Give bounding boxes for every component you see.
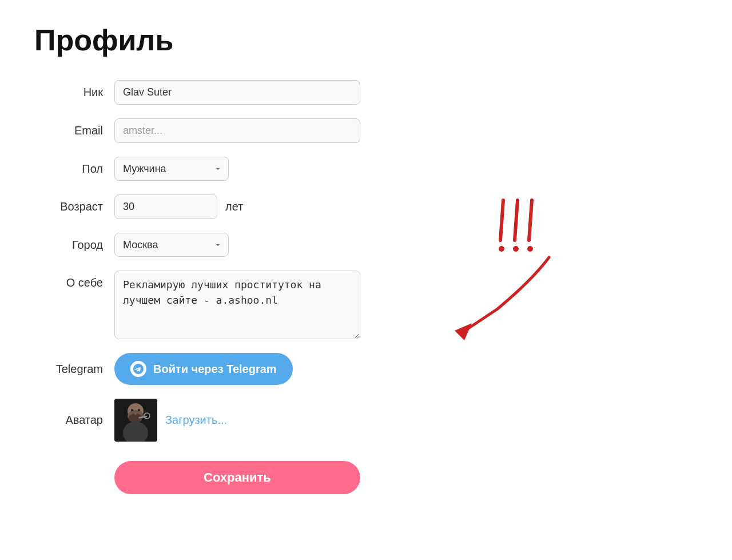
email-input[interactable] <box>114 118 360 143</box>
pol-label: Пол <box>34 162 114 176</box>
svg-point-6 <box>138 409 140 411</box>
vozrast-row: Возраст лет <box>34 194 435 219</box>
o-sebe-row: О себе Рекламирую лучших проституток на … <box>34 271 435 339</box>
email-label: Email <box>34 124 114 137</box>
nik-input[interactable] <box>114 80 360 105</box>
pol-select[interactable]: Мужчина Женщина <box>114 157 229 181</box>
save-row: Сохранить <box>34 455 435 494</box>
svg-line-10 <box>500 200 503 240</box>
svg-point-15 <box>527 246 533 252</box>
avatar-label: Аватар <box>34 414 114 427</box>
svg-point-13 <box>513 246 519 252</box>
telegram-icon <box>130 361 146 377</box>
nik-row: Ник <box>34 80 435 105</box>
vozrast-input[interactable] <box>114 194 217 219</box>
svg-line-12 <box>515 200 518 240</box>
avatar-section: Загрузить... <box>114 399 227 442</box>
age-suffix: лет <box>225 200 243 213</box>
email-row: Email <box>34 118 435 143</box>
o-sebe-textarea[interactable]: Рекламирую лучших проституток на лучшем … <box>114 271 360 339</box>
o-sebe-label: О себе <box>34 271 114 289</box>
svg-point-11 <box>499 246 504 252</box>
upload-avatar-link[interactable]: Загрузить... <box>165 414 227 427</box>
annotation-svg <box>452 194 578 378</box>
svg-point-5 <box>131 409 133 411</box>
vozrast-label: Возраст <box>34 200 114 213</box>
profile-form: Ник Email Пол Мужчина Женщина Возраст ле… <box>34 80 435 494</box>
avatar-image <box>114 399 157 442</box>
annotation-decoration <box>452 194 595 395</box>
gorod-label: Город <box>34 239 114 252</box>
svg-marker-16 <box>455 323 472 340</box>
telegram-login-button[interactable]: Войти через Telegram <box>114 353 293 385</box>
telegram-label: Telegram <box>34 363 114 376</box>
telegram-row: Telegram Войти через Telegram <box>34 353 435 385</box>
page-title: Профиль <box>34 23 698 57</box>
pol-row: Пол Мужчина Женщина <box>34 157 435 181</box>
nik-label: Ник <box>34 86 114 99</box>
gorod-select[interactable]: Москва Санкт-Петербург Новосибирск <box>114 233 229 257</box>
svg-point-7 <box>134 412 137 415</box>
avatar-row: Аватар <box>34 399 435 442</box>
save-button[interactable]: Сохранить <box>114 461 360 494</box>
svg-line-14 <box>529 200 532 240</box>
telegram-btn-label: Войти через Telegram <box>153 363 277 376</box>
gorod-row: Город Москва Санкт-Петербург Новосибирск <box>34 233 435 257</box>
